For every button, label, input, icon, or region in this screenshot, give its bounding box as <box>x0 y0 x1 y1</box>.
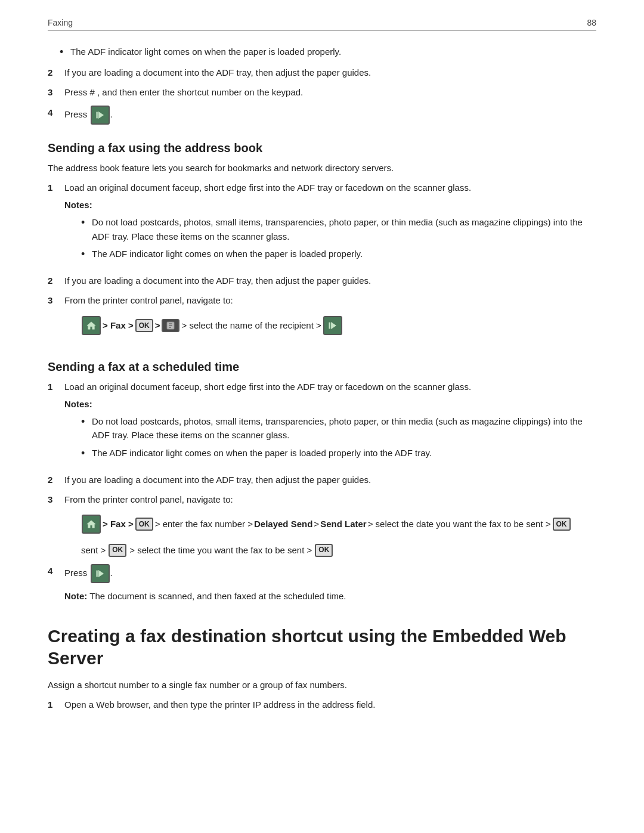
section2-nav-fax: > Fax > <box>103 515 134 533</box>
start-button-s1 <box>323 316 342 335</box>
bullet-item-1: • The ADF indicator light comes on when … <box>48 45 596 60</box>
section2-step1: 1 Load an original document faceup, shor… <box>48 380 596 467</box>
ok-button-s2-4: OK <box>315 544 333 557</box>
section1-note1-item: • Do not load postcards, photos, small i… <box>81 215 596 243</box>
header-title: Faxing <box>48 18 73 27</box>
section2-step2: 2 If you are loading a document into the… <box>48 473 596 487</box>
section1-nav-mid: > <box>155 317 160 335</box>
ok-button-s2-2: OK <box>553 518 571 531</box>
section1-step2: 2 If you are loading a document into the… <box>48 274 596 287</box>
section2-notes-label: Notes: <box>64 397 596 411</box>
section1-step3-content: From the printer control panel, navigate… <box>64 293 596 343</box>
ok-button-s1-1: OK <box>135 319 153 332</box>
bullet-text-1: The ADF indicator light comes on when th… <box>70 45 341 58</box>
section2-step1-text: Load an original document faceup, short … <box>64 382 471 392</box>
section2-note-inline: Note: The document is scanned, and then … <box>48 589 596 603</box>
section2-nav-block: > Fax > OK > enter the fax number > Dela… <box>81 515 596 534</box>
section2-note-inline-bold: Note: <box>64 591 87 601</box>
section2-step1-label: 1 <box>48 380 64 394</box>
section2-step2-label: 2 <box>48 473 64 487</box>
section2-note1-item: • Do not load postcards, photos, small i… <box>81 414 596 442</box>
home-button-icon-s1 <box>82 316 101 335</box>
step-2a-content: If you are loading a document into the A… <box>64 66 596 79</box>
section3-step1-content: Open a Web browser, and then type the pr… <box>64 698 596 711</box>
section1-note2-text: The ADF indicator light comes on when th… <box>92 247 363 261</box>
section1-step1-content: Load an original document faceup, short … <box>64 181 596 268</box>
section2-nav-delayed: Delayed Send <box>254 515 312 533</box>
section3-title: Creating a fax destination shortcut usin… <box>48 625 596 670</box>
section2-step3-label: 3 <box>48 493 64 506</box>
section3-intro: Assign a shortcut number to a single fax… <box>48 678 596 692</box>
section2-note2-dot: • <box>81 446 92 461</box>
svg-marker-9 <box>87 521 95 528</box>
section2-note1-dot: • <box>81 414 92 429</box>
section1-nav-fax: > Fax > <box>103 317 134 335</box>
section2-note1-text: Do not load postcards, photos, small ite… <box>92 414 596 442</box>
section2-nav-mid3: > select the time you want the fax to be… <box>129 542 312 558</box>
step-3a-content: Press # , and then enter the shortcut nu… <box>64 85 596 99</box>
section1-note1-dot: • <box>81 215 92 230</box>
ok-button-s2-1: OK <box>135 518 153 531</box>
page-header: Faxing 88 <box>48 18 596 30</box>
section2-step3: 3 From the printer control panel, naviga… <box>48 493 596 558</box>
book-button-s1 <box>162 319 179 332</box>
svg-marker-7 <box>331 322 336 329</box>
bullet-dot-1: • <box>60 45 70 60</box>
step-3a: 3 Press # , and then enter the shortcut … <box>48 85 596 99</box>
section2-nav-line2: sent > OK > select the time you want the… <box>64 542 596 558</box>
svg-marker-0 <box>98 112 103 118</box>
section2-step4-content: Press . <box>64 564 596 583</box>
section1-note2-dot: • <box>81 247 92 262</box>
section2-step4-label: 4 <box>48 564 64 578</box>
section2-note-inline-text: The document is scanned, and then faxed … <box>87 591 346 601</box>
section2-notes-block: • Do not load postcards, photos, small i… <box>81 414 596 461</box>
section2-step1-content: Load an original document faceup, short … <box>64 380 596 467</box>
start-button-s2 <box>91 564 110 583</box>
section2-note2-text: The ADF indicator light comes on when th… <box>92 446 432 460</box>
section1-notes-block: • Do not load postcards, photos, small i… <box>81 215 596 262</box>
section1-note2-item: • The ADF indicator light comes on when … <box>81 247 596 262</box>
section2-note2-item: • The ADF indicator light comes on when … <box>81 446 596 461</box>
section1-title: Sending a fax using the address book <box>48 141 596 155</box>
section1-step1: 1 Load an original document faceup, shor… <box>48 181 596 268</box>
section1-intro: The address book feature lets you search… <box>48 161 596 175</box>
header-page-number: 88 <box>587 18 596 27</box>
section1-step2-content: If you are loading a document into the A… <box>64 274 596 287</box>
step-4a-prefix: Press <box>64 109 87 119</box>
step-4a-content: Press . <box>64 106 596 125</box>
start-button-icon-4a <box>91 106 110 125</box>
step-2a-label: 2 <box>48 66 64 79</box>
section3-step1: 1 Open a Web browser, and then type the … <box>48 698 596 711</box>
section2-step3-content: From the printer control panel, navigate… <box>64 493 596 558</box>
svg-marker-10 <box>98 571 103 577</box>
section2-title: Sending a fax at a scheduled time <box>48 360 596 374</box>
section2-step4: 4 Press . <box>48 564 596 583</box>
section1-step1-text: Load an original document faceup, short … <box>64 182 471 193</box>
section3-step1-label: 1 <box>48 698 64 711</box>
svg-marker-2 <box>87 321 95 329</box>
home-button-icon-s2 <box>82 515 101 534</box>
section1-notes-label: Notes: <box>64 198 596 212</box>
section2-sent-text: sent > <box>81 542 106 558</box>
section1-step3-label: 3 <box>48 293 64 307</box>
section1-nav-block: > Fax > OK > > select the name of the re… <box>81 316 596 335</box>
page: Faxing 88 • The ADF indicator light come… <box>0 0 644 833</box>
section2-nav-mid1: > enter the fax number > <box>155 515 253 533</box>
section1-note1-text: Do not load postcards, photos, small ite… <box>92 215 596 243</box>
section2-nav-send-later: Send Later <box>320 515 367 533</box>
step-4a-label: 4 <box>48 106 64 119</box>
section1-step3-text: From the printer control panel, navigate… <box>64 295 233 305</box>
section2-step4-prefix: Press <box>64 568 87 578</box>
section2-step3-text: From the printer control panel, navigate… <box>64 494 233 504</box>
step-2a: 2 If you are loading a document into the… <box>48 66 596 79</box>
step-3a-label: 3 <box>48 85 64 99</box>
step-4a: 4 Press . <box>48 106 596 125</box>
ok-button-s2-3: OK <box>109 544 126 557</box>
section1-step2-label: 2 <box>48 274 64 287</box>
section1-nav-end: > select the name of the recipient > <box>181 317 321 335</box>
section2-nav-mid2: > select the date you want the fax to be… <box>368 515 551 533</box>
section2-step2-content: If you are loading a document into the A… <box>64 473 596 487</box>
section1-step3: 3 From the printer control panel, naviga… <box>48 293 596 343</box>
section1-step1-label: 1 <box>48 181 64 194</box>
